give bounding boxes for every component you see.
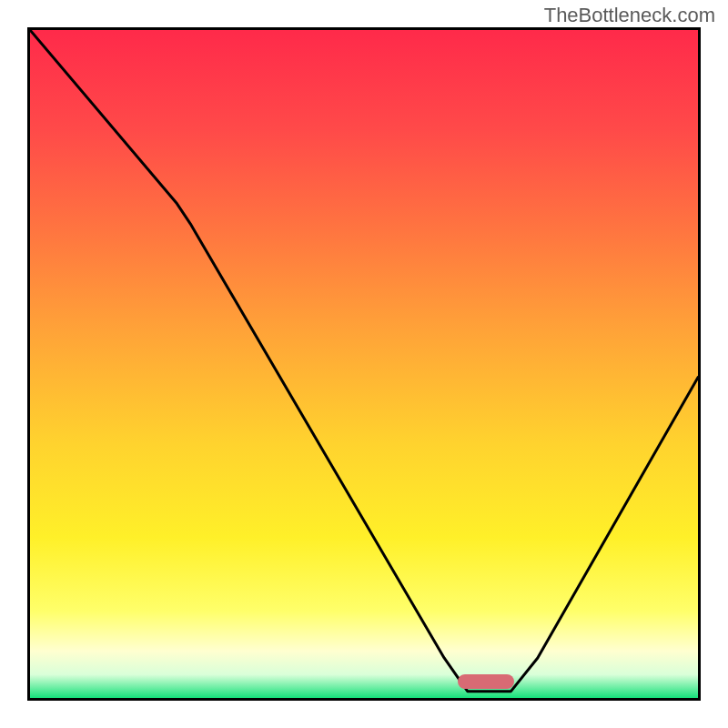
chart-container: TheBottleneck.com bbox=[0, 0, 728, 728]
optimum-marker bbox=[458, 674, 514, 689]
plot-area bbox=[30, 30, 698, 698]
curve-line bbox=[30, 30, 698, 698]
watermark-label: TheBottleneck.com bbox=[544, 4, 715, 27]
plot-frame bbox=[27, 27, 701, 701]
